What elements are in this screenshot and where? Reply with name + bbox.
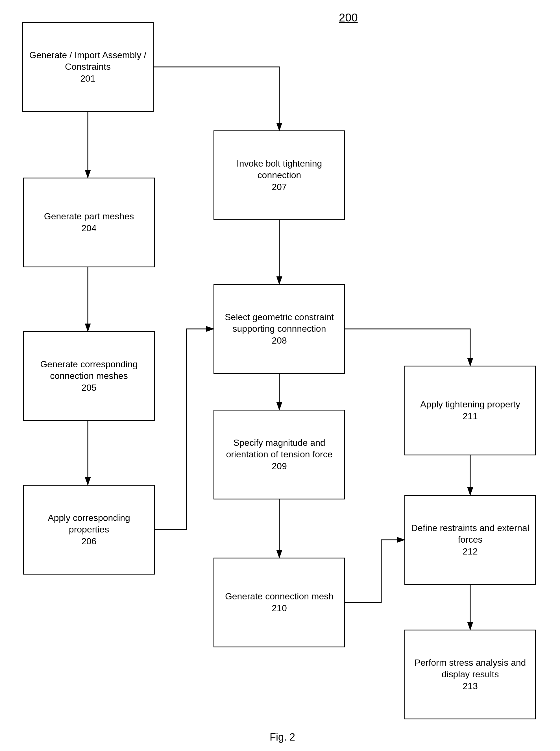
box-213-label: Perform stress analysis and display resu… (408, 657, 532, 681)
box-213-number: 213 (463, 681, 478, 692)
box-211: Apply tightening property 211 (404, 366, 536, 455)
box-211-number: 211 (463, 410, 478, 422)
diagram-container: 200 (0, 0, 560, 751)
box-209-number: 209 (272, 461, 287, 472)
box-204-number: 204 (81, 222, 96, 234)
box-212-label: Define restraints and external forces (408, 522, 532, 546)
box-208: Select geometric constraint supporting c… (214, 284, 345, 374)
box-211-label: Apply tightening property (420, 399, 520, 410)
box-201-label: Generate / Import Assembly / Constraints (26, 49, 150, 73)
box-210-label: Generate connection mesh (225, 591, 334, 603)
box-210-number: 210 (272, 603, 287, 614)
box-205-number: 205 (81, 382, 96, 394)
box-204: Generate part meshes 204 (23, 178, 155, 267)
diagram-title: 200 (339, 11, 358, 24)
box-201-number: 201 (80, 73, 95, 85)
box-207-number: 207 (272, 181, 287, 193)
box-207-label: Invoke bolt tightening connection (217, 158, 341, 181)
box-206-number: 206 (81, 535, 96, 547)
box-207: Invoke bolt tightening connection 207 (214, 130, 345, 220)
box-213: Perform stress analysis and display resu… (404, 630, 536, 719)
box-210: Generate connection mesh 210 (214, 557, 345, 647)
box-212-number: 212 (463, 546, 478, 557)
box-204-label: Generate part meshes (44, 210, 134, 222)
box-209-label: Specify magnitude and orientation of ten… (217, 437, 341, 461)
box-205-label: Generate corresponding connection meshes (27, 359, 151, 382)
box-205: Generate corresponding connection meshes… (23, 331, 155, 421)
box-208-label: Select geometric constraint supporting c… (217, 311, 341, 335)
box-201: Generate / Import Assembly / Constraints… (22, 22, 154, 112)
box-206: Apply corresponding properties 206 (23, 485, 155, 574)
box-212: Define restraints and external forces 21… (404, 495, 536, 585)
fig-caption: Fig. 2 (240, 731, 325, 743)
box-208-number: 208 (272, 335, 287, 347)
box-209: Specify magnitude and orientation of ten… (214, 410, 345, 500)
box-206-label: Apply corresponding properties (27, 512, 151, 535)
